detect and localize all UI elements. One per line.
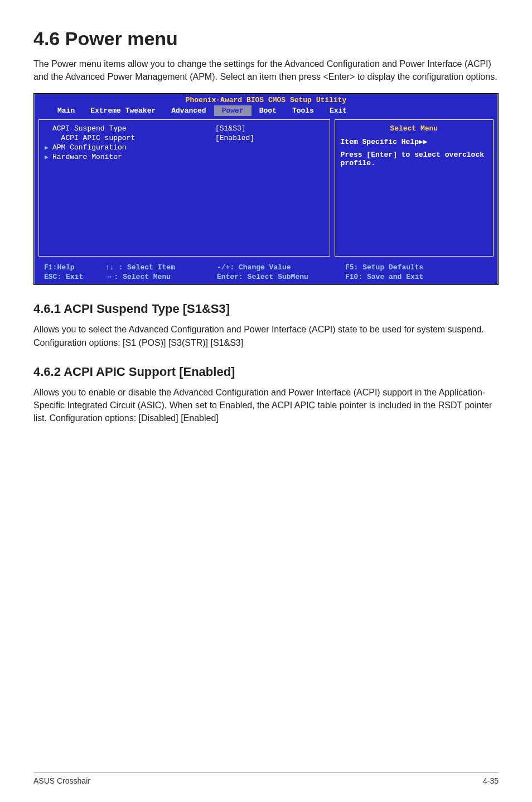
bios-tabbar: Main Extreme Tweaker Advanced Power Boot… bbox=[34, 105, 498, 116]
bios-header: Phoenix-Award BIOS CMOS Setup Utility bbox=[34, 94, 498, 105]
help-title: Select Menu bbox=[341, 124, 487, 133]
triangle-right-icon: ▶ bbox=[45, 144, 52, 151]
bios-row-hardware-monitor[interactable]: ▶ Hardware Monitor bbox=[45, 153, 324, 161]
footer-page-number: 4-35 bbox=[483, 776, 499, 785]
footer-product-name: ASUS Crosshair bbox=[33, 776, 90, 785]
bios-body: ACPI Suspend Type [S1&S3] ACPI APIC supp… bbox=[34, 116, 498, 261]
footer-change-value: -/+: Change Value bbox=[217, 263, 345, 272]
section-heading-acpi-apic: 4.6.2 ACPI APIC Support [Enabled] bbox=[33, 365, 499, 379]
bios-row-acpi-apic[interactable]: ACPI APIC support [Enabled] bbox=[45, 134, 324, 142]
bios-row-acpi-suspend[interactable]: ACPI Suspend Type [S1&S3] bbox=[45, 124, 324, 133]
bios-tab-main[interactable]: Main bbox=[50, 105, 83, 116]
footer-save-exit: F10: Save and Exit bbox=[345, 273, 488, 281]
row-label: ACPI Suspend Type bbox=[52, 124, 215, 133]
bios-tab-power[interactable]: Power bbox=[214, 105, 252, 116]
page-title: 4.6 Power menu bbox=[33, 28, 499, 50]
footer-esc-exit: ESC: Exit bbox=[44, 273, 105, 281]
page-intro: The Power menu items allow you to change… bbox=[33, 57, 499, 83]
footer-select-menu: →←: Select Menu bbox=[105, 273, 217, 281]
bios-tab-advanced[interactable]: Advanced bbox=[163, 105, 214, 116]
row-value: [S1&S3] bbox=[215, 124, 324, 133]
row-value: [Enabled] bbox=[215, 134, 324, 142]
row-label: Hardware Monitor bbox=[52, 153, 215, 161]
row-label: ACPI APIC support bbox=[52, 134, 215, 142]
bios-row-apm-config[interactable]: ▶ APM Configuration bbox=[45, 143, 324, 152]
bios-footer: F1:Help ESC: Exit ↑↓ : Select Item →←: S… bbox=[34, 261, 498, 284]
help-item-specific: Item Specific Help▶▶ bbox=[341, 137, 487, 146]
help-body-text: Press [Enter] to select overclock profil… bbox=[341, 151, 487, 167]
footer-f1-help: F1:Help bbox=[44, 263, 105, 272]
footer-select-submenu: Enter: Select SubMenu bbox=[217, 273, 345, 281]
footer-select-item: ↑↓ : Select Item bbox=[105, 263, 217, 272]
row-label: APM Configuration bbox=[52, 143, 215, 152]
bios-tab-extreme-tweaker[interactable]: Extreme Tweaker bbox=[83, 105, 163, 116]
footer-setup-defaults: F5: Setup Defaults bbox=[345, 263, 488, 272]
section-heading-acpi-suspend: 4.6.1 ACPI Suspend Type [S1&S3] bbox=[33, 302, 499, 316]
page-footer: ASUS Crosshair 4-35 bbox=[33, 772, 499, 785]
bios-tab-exit[interactable]: Exit bbox=[322, 105, 355, 116]
bios-settings-panel: ACPI Suspend Type [S1&S3] ACPI APIC supp… bbox=[38, 119, 330, 257]
bios-help-panel: Select Menu Item Specific Help▶▶ Press [… bbox=[335, 119, 494, 257]
section-text-acpi-suspend: Allows you to select the Advanced Config… bbox=[33, 323, 499, 349]
bios-window: Phoenix-Award BIOS CMOS Setup Utility Ma… bbox=[33, 93, 499, 285]
triangle-right-icon: ▶ bbox=[45, 153, 52, 161]
bios-tab-tools[interactable]: Tools bbox=[284, 105, 322, 116]
section-text-acpi-apic: Allows you to enable or disable the Adva… bbox=[33, 386, 499, 425]
bios-tab-boot[interactable]: Boot bbox=[252, 105, 284, 116]
